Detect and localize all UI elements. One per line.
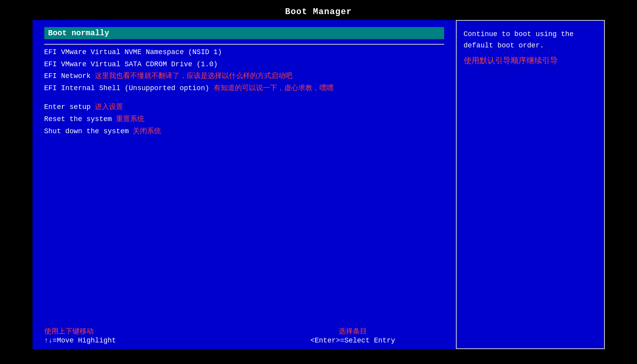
action-shutdown-cn: 关闭系统 — [133, 127, 161, 135]
boot-normally-item[interactable]: Boot normally — [44, 27, 444, 39]
left-panel: Boot normally EFI VMware Virtual NVME Na… — [33, 20, 456, 349]
menu-item-shell-cn: 有知道的可以说一下，虚心求教，嘿嘿 — [214, 84, 334, 92]
bottom-left-cn: 使用上下键移动 — [44, 326, 250, 336]
menu-item-network-en: EFI Network — [44, 72, 91, 80]
right-panel: Continue to boot using the default boot … — [456, 20, 605, 349]
action-enter-setup-en: Enter setup — [44, 103, 91, 111]
menu-item-nvme-en: EFI VMware Virtual NVME Namespace (NSID … — [44, 48, 222, 56]
action-reset-en: Reset the system — [44, 115, 112, 123]
menu-item-network[interactable]: EFI Network 这里我也看不懂就不翻译了，应该是选择以什么样的方式启动吧 — [44, 70, 444, 82]
action-shutdown[interactable]: Shut down the system 关闭系统 — [44, 125, 444, 138]
action-reset[interactable]: Reset the system 重置系统 — [44, 113, 444, 125]
divider — [44, 44, 444, 45]
action-reset-cn: 重置系统 — [116, 115, 144, 123]
menu-item-sata-en: EFI VMware Virtual SATA CDROM Drive (1.0… — [44, 60, 218, 68]
bottom-bar: 使用上下键移动 ↑↓=Move Highlight 选择条目 <Enter>=S… — [33, 322, 605, 349]
bottom-left-en: ↑↓=Move Highlight — [44, 337, 250, 344]
bottom-left: 使用上下键移动 ↑↓=Move Highlight — [33, 326, 250, 344]
menu-item-shell-en: EFI Internal Shell (Unsupported option) — [44, 84, 209, 92]
page-title: Boot Manager — [285, 7, 352, 17]
action-list: Enter setup 进入设置 Reset the system 重置系统 S… — [44, 101, 444, 137]
menu-item-shell[interactable]: EFI Internal Shell (Unsupported option) … — [44, 82, 444, 94]
bottom-center-cn: 选择条目 — [339, 326, 367, 336]
action-enter-setup-cn: 进入设置 — [95, 103, 123, 111]
menu-list: EFI VMware Virtual NVME Namespace (NSID … — [44, 46, 444, 94]
menu-item-network-cn: 这里我也看不懂就不翻译了，应该是选择以什么样的方式启动吧 — [95, 72, 292, 80]
action-enter-setup[interactable]: Enter setup 进入设置 — [44, 101, 444, 113]
bottom-center-en: <Enter>=Select Entry — [310, 337, 395, 344]
right-panel-desc-en: Continue to boot using the default boot … — [464, 29, 597, 51]
action-shutdown-en: Shut down the system — [44, 127, 129, 135]
right-panel-desc-cn: 使用默认引导顺序继续引导 — [464, 55, 597, 67]
menu-item-nvme[interactable]: EFI VMware Virtual NVME Namespace (NSID … — [44, 46, 444, 58]
bottom-center: 选择条目 <Enter>=Select Entry — [250, 326, 456, 344]
main-panel: Boot normally EFI VMware Virtual NVME Na… — [33, 20, 605, 349]
menu-item-sata[interactable]: EFI VMware Virtual SATA CDROM Drive (1.0… — [44, 58, 444, 71]
